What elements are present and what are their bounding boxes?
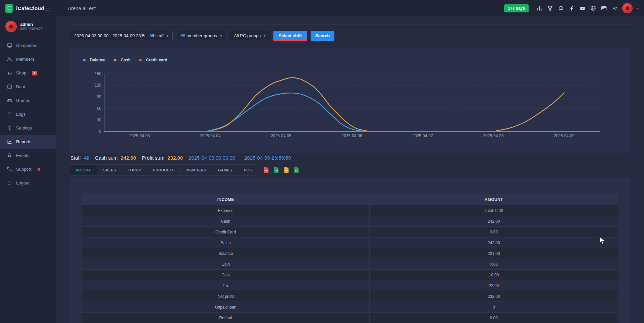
sidebar-item-label: Support — [16, 167, 32, 172]
sidebar-item-label: Settings — [16, 125, 32, 130]
col-header-income: INCOME — [82, 194, 370, 205]
svg-text:2025-04-07: 2025-04-07 — [412, 133, 433, 138]
range-end: 2025-04-09 23:59:59 — [244, 155, 291, 161]
svg-text:30: 30 — [97, 118, 102, 122]
tab-sales[interactable]: SALES — [97, 164, 122, 176]
table-row[interactable]: Refund0.00 — [82, 313, 618, 323]
sidebar-item-settings[interactable]: Settings — [0, 121, 56, 135]
export-xlsx-icon[interactable]: XLS — [293, 167, 300, 173]
tab-income[interactable]: INCOME — [70, 164, 97, 176]
globe-icon[interactable] — [590, 5, 596, 11]
user-id: 005193482475 — [20, 27, 43, 31]
table-row[interactable]: Cash242.00 — [82, 216, 618, 227]
chevron-down-icon: ▾ — [220, 34, 222, 38]
sidebar-user[interactable]: admin 005193482475 — [0, 16, 56, 37]
boot-icon — [7, 84, 12, 90]
games-icon — [7, 98, 12, 103]
date-range-input[interactable]: 2025-04-03 00:00 - 2025-04-09 23:59 — [70, 31, 142, 41]
staff-select[interactable]: All staff ▾ — [145, 31, 173, 41]
table-row[interactable]: Credit Card0.00 — [82, 227, 618, 237]
filter-bar: 2025-04-03 00:00 - 2025-04-09 23:59 All … — [70, 24, 631, 47]
user-avatar[interactable] — [622, 3, 633, 13]
trophy-icon[interactable] — [547, 5, 553, 11]
sidebar: admin 005193482475 Computers Members Sho… — [0, 16, 56, 323]
sidebar-item-members[interactable]: Members — [0, 52, 56, 66]
tab-members[interactable]: MEMBERS — [180, 164, 212, 176]
stats-icon[interactable] — [536, 5, 543, 11]
page-title: Arena aiTest — [68, 0, 96, 16]
col-header-amount: AMOUNT — [370, 194, 618, 205]
tab-products[interactable]: PRODUCTS — [147, 164, 181, 176]
computers-icon — [7, 43, 12, 48]
summary-row: Staff All Cash sum 242.00 Profit sum 232… — [70, 153, 291, 162]
sidebar-item-events[interactable]: Events — [0, 149, 56, 162]
legend-cash-mark — [111, 60, 119, 61]
table-row[interactable]: Coin0.00 — [82, 259, 618, 270]
export-pdf-icon[interactable]: PDF — [263, 167, 269, 173]
discord-icon[interactable] — [558, 5, 564, 11]
line-chart: 03060901201502025-04-032025-04-042025-04… — [70, 48, 631, 153]
tab-games[interactable]: GAMES — [212, 164, 238, 176]
range-separator: ~ — [238, 155, 241, 161]
table-row[interactable]: Net profit232.00 — [82, 291, 618, 302]
export-xls-icon[interactable]: XLS — [283, 167, 289, 173]
svg-text:2025-04-05: 2025-04-05 — [271, 133, 291, 138]
income-chart-panel: Balance Cash Credit card 030609012015020… — [70, 48, 631, 153]
pc-groups-select[interactable]: All PC groups ▾ — [230, 31, 270, 41]
sidebar-item-label: Events — [16, 153, 30, 158]
tab-pcs[interactable]: PCS — [238, 164, 258, 176]
legend-item-balance[interactable]: Balance — [80, 58, 105, 62]
sidebar-item-support[interactable]: Support — [0, 162, 56, 176]
sidebar-item-label: Computers — [16, 43, 38, 48]
shop-icon — [7, 70, 12, 76]
youtube-icon[interactable] — [579, 5, 586, 11]
member-groups-select[interactable]: All member groups ▾ — [176, 31, 226, 41]
sidebar-item-shop[interactable]: Shop 1 — [0, 66, 56, 80]
sidebar-item-logs[interactable]: Logs — [0, 107, 56, 121]
legend-item-cash[interactable]: Cash — [111, 58, 130, 62]
report-tabs: INCOME SALES TOPUP PRODUCTS MEMBERS GAME… — [70, 164, 300, 176]
subscription-days-badge[interactable]: 177 days — [504, 4, 529, 12]
table-row[interactable]: Cost10.00 — [82, 270, 618, 280]
svg-text:150: 150 — [95, 71, 101, 76]
sidebar-toggle-icon[interactable] — [45, 5, 51, 11]
svg-text:2025-04-06: 2025-04-06 — [341, 133, 362, 138]
svg-text:CSV: CSV — [275, 169, 278, 171]
gear-icon — [7, 125, 12, 131]
table-row[interactable]: ExpenseTotal: 0.00 — [82, 205, 618, 216]
sidebar-item-boot[interactable]: Boot — [0, 80, 56, 94]
brand[interactable]: iCafeCloud — [5, 0, 44, 16]
legend-item-credit-card[interactable]: Credit card — [137, 58, 167, 62]
profit-sum-label: Profit sum — [142, 155, 165, 161]
card-icon[interactable] — [601, 5, 607, 11]
sidebar-item-logout[interactable]: Logout — [0, 176, 56, 190]
staff-label: Staff — [70, 155, 81, 161]
logout-icon — [7, 180, 12, 186]
sidebar-item-computers[interactable]: Computers — [0, 39, 56, 52]
staff-value[interactable]: All — [84, 155, 90, 161]
table-header-row: INCOME AMOUNT — [82, 194, 618, 205]
tab-topup[interactable]: TOPUP — [122, 164, 147, 176]
sidebar-item-label: Logout — [16, 180, 30, 185]
table-row[interactable]: Balance201.00 — [82, 248, 618, 259]
sidebar-item-games[interactable]: Games — [0, 94, 56, 107]
chart-legend: Balance Cash Credit card — [80, 58, 167, 62]
svg-text:2025-04-09: 2025-04-09 — [554, 133, 575, 138]
select-shift-button[interactable]: Select shift — [273, 31, 307, 41]
brands-icon[interactable] — [611, 5, 618, 11]
sidebar-item-label: Shop — [16, 70, 26, 75]
brand-name: iCafeCloud — [16, 5, 44, 11]
legend-balance-mark — [80, 60, 88, 61]
chevron-down-icon: ▾ — [264, 34, 266, 38]
search-button[interactable]: Search — [311, 31, 334, 41]
sidebar-item-label: Members — [16, 57, 34, 62]
export-csv-icon[interactable]: CSV — [273, 167, 279, 173]
chevron-down-icon[interactable]: ▾ — [637, 6, 639, 10]
table-row[interactable]: Unpaid loan0 — [82, 302, 618, 313]
table-row[interactable]: Tax22.00 — [82, 280, 618, 291]
svg-text:120: 120 — [95, 83, 101, 88]
sidebar-item-reports[interactable]: Reports — [0, 135, 56, 149]
table-row[interactable]: Sales242.00 — [82, 237, 618, 248]
member-groups-select-value: All member groups — [180, 33, 217, 38]
facebook-icon[interactable] — [569, 5, 575, 11]
